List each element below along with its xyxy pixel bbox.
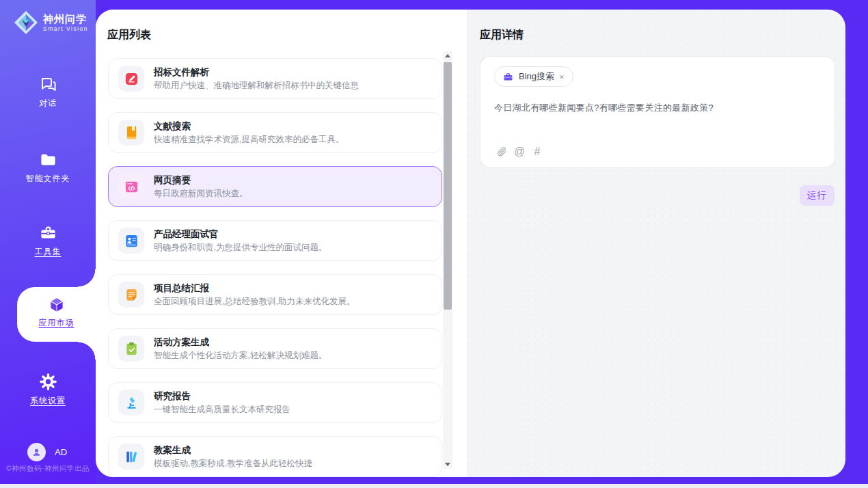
close-icon[interactable]: × (559, 72, 565, 81)
clipboard-check-icon (124, 341, 139, 357)
app-icon-tile (118, 228, 144, 254)
app-desc: 全面回顾项目进展,总结经验教训,助力未来优化发展。 (154, 296, 355, 307)
sidebar-item-label: 系统设置 (0, 395, 96, 407)
app-list-panel: 应用列表 招标文件解析 帮助用户快速、准确地理解和解析招标书中的关键信息 (96, 10, 467, 477)
sidebar-item-label: 智能文件夹 (0, 173, 96, 185)
user-initials: AD (55, 447, 67, 457)
app-name: 网页摘要 (154, 174, 248, 186)
triangle-up-icon (445, 54, 450, 57)
app-cards: 招标文件解析 帮助用户快速、准确地理解和解析招标书中的关键信息 文献搜索 快速精… (108, 58, 442, 477)
list-scrollbar[interactable] (443, 51, 452, 469)
sidebar-item-label: 工具集 (0, 246, 96, 258)
webpage-code-icon (124, 179, 139, 195)
app-card-project-summary[interactable]: 项目总结汇报 全面回顾项目进展,总结经验教训,助力未来优化发展。 (108, 274, 442, 315)
attachment-toolbar: @ # (493, 146, 546, 158)
brand-name: 神州问学 (43, 13, 88, 25)
memo-icon (124, 287, 139, 303)
sidebar-item-label: 对话 (0, 98, 96, 109)
triangle-down-icon (445, 463, 450, 466)
app-icon-tile (118, 174, 144, 200)
app-card-lesson-plan[interactable]: 教案生成 模板驱动,教案秒成,教学准备从此轻松快捷 (108, 436, 442, 477)
briefcase-icon (503, 72, 513, 82)
app-name: 活动方案生成 (154, 336, 327, 348)
app-card-research-report[interactable]: 研究报告 一键智能生成高质量长文本研究报告 (108, 382, 442, 423)
app-name: 产品经理面试官 (154, 228, 327, 240)
app-desc: 帮助用户快速、准确地理解和解析招标书中的关键信息 (154, 80, 359, 91)
app-list-title: 应用列表 (107, 28, 151, 42)
sidebar: 神州问学 Smart Vision 对话 智能文件夹 工具集 (0, 0, 96, 484)
app-icon-tile (118, 66, 144, 92)
app-card-bid-document-analysis[interactable]: 招标文件解析 帮助用户快速、准确地理解和解析招标书中的关键信息 (108, 58, 442, 99)
app-card-literature-search[interactable]: 文献搜索 快速精准查找学术资源,提高研究效率的必备工具。 (108, 112, 442, 153)
app-desc: 模板驱动,教案秒成,教学准备从此轻松快捷 (154, 458, 312, 469)
app-name: 教案生成 (154, 444, 312, 456)
app-card-webpage-summary[interactable]: 网页摘要 每日政府新闻资讯快查。 (108, 166, 442, 207)
app-icon-tile (118, 444, 144, 470)
app-desc: 每日政府新闻资讯快查。 (154, 188, 248, 199)
app-desc: 智能生成个性化活动方案,轻松解决规划难题。 (154, 350, 327, 361)
interviewer-icon (124, 233, 139, 249)
app-detail-title: 应用详情 (480, 28, 524, 42)
tool-tag-label: Bing搜索 (519, 70, 554, 83)
cube-icon (47, 295, 66, 314)
app-desc: 明确身份和职责,为您提供专业性的面试问题。 (154, 242, 327, 253)
app-name: 研究报告 (154, 390, 290, 402)
toolbox-icon (39, 223, 57, 242)
attach-file-button[interactable] (493, 146, 511, 157)
paperclip-icon (496, 146, 507, 157)
app-icon-tile (118, 282, 144, 308)
sidebar-item-smart-folder[interactable]: 智能文件夹 (0, 150, 96, 185)
sidebar-item-settings[interactable]: 系统设置 (0, 372, 96, 407)
prompt-input[interactable]: 今日湖北有哪些新闻要点?有哪些需要关注的最新政策? (494, 102, 821, 114)
brand-tagline: Smart Vision (43, 25, 88, 32)
folder-icon (39, 150, 57, 169)
scroll-up-button[interactable] (443, 51, 452, 60)
tool-tag-bing-search[interactable]: Bing搜索 × (494, 66, 573, 87)
app-desc: 一键智能生成高质量长文本研究报告 (154, 404, 290, 415)
app-desc: 快速精准查找学术资源,提高研究效率的必备工具。 (154, 134, 344, 145)
topic-button[interactable]: # (528, 146, 546, 158)
main-content: 应用列表 招标文件解析 帮助用户快速、准确地理解和解析招标书中的关键信息 (96, 10, 845, 477)
sidebar-item-chat[interactable]: 对话 (0, 75, 96, 109)
books-icon (124, 449, 139, 465)
app-icon-tile (118, 120, 144, 146)
app-icon-tile (118, 390, 144, 416)
avatar (27, 443, 46, 461)
brand-logo: 神州问学 Smart Vision (12, 9, 88, 36)
sidebar-item-app-market[interactable]: 应用市场 (17, 287, 96, 342)
app-name: 文献搜索 (154, 120, 344, 132)
microscope-icon (124, 395, 139, 411)
scroll-down-button[interactable] (443, 460, 452, 469)
person-icon (31, 446, 42, 458)
mention-button[interactable]: @ (511, 146, 528, 158)
book-icon (124, 125, 139, 141)
bottom-strip (0, 484, 868, 488)
app-card-pm-interviewer[interactable]: 产品经理面试官 明确身份和职责,为您提供专业性的面试问题。 (108, 220, 442, 261)
scrollbar-thumb[interactable] (444, 62, 452, 310)
gear-icon (39, 372, 57, 391)
user-account[interactable]: AD (27, 443, 67, 461)
document-edit-icon (124, 71, 139, 87)
chat-icon (39, 75, 57, 94)
app-card-activity-plan[interactable]: 活动方案生成 智能生成个性化活动方案,轻松解决规划难题。 (108, 328, 442, 369)
prompt-card: Bing搜索 × 今日湖北有哪些新闻要点?有哪些需要关注的最新政策? @ # (480, 56, 835, 168)
sidebar-item-label: 应用市场 (17, 317, 96, 329)
run-button[interactable]: 运行 (800, 185, 835, 206)
copyright-footer: ©神州数码·神州问学出品 (0, 464, 96, 474)
gem-logo-icon (12, 9, 40, 36)
app-name: 招标文件解析 (154, 66, 359, 78)
app-name: 项目总结汇报 (154, 282, 355, 294)
app-icon-tile (118, 336, 144, 362)
sidebar-item-toolset[interactable]: 工具集 (0, 223, 96, 258)
